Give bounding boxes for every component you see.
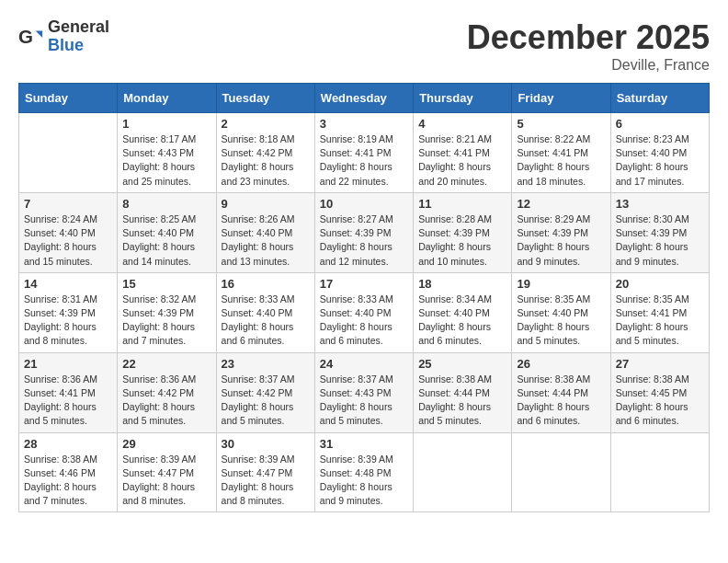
day-number: 6: [616, 117, 704, 131]
logo-blue-text: Blue: [48, 37, 109, 55]
day-info: Sunrise: 8:37 AM Sunset: 4:43 PM Dayligh…: [320, 373, 408, 429]
day-info: Sunrise: 8:36 AM Sunset: 4:41 PM Dayligh…: [24, 373, 112, 429]
day-info: Sunrise: 8:22 AM Sunset: 4:41 PM Dayligh…: [517, 132, 605, 189]
day-number: 25: [418, 357, 506, 371]
weekday-header-tuesday: Tuesday: [216, 84, 314, 113]
calendar-cell: [19, 113, 118, 193]
day-info: Sunrise: 8:37 AM Sunset: 4:42 PM Dayligh…: [222, 373, 310, 429]
day-info: Sunrise: 8:18 AM Sunset: 4:42 PM Dayligh…: [222, 132, 310, 189]
calendar-cell: 6Sunrise: 8:23 AM Sunset: 4:40 PM Daylig…: [610, 113, 709, 193]
day-number: 30: [222, 437, 310, 451]
weekday-header-monday: Monday: [118, 84, 216, 113]
day-number: 13: [616, 197, 704, 211]
calendar-cell: 25Sunrise: 8:38 AM Sunset: 4:44 PM Dayli…: [414, 352, 512, 432]
calendar-cell: 12Sunrise: 8:29 AM Sunset: 4:39 PM Dayli…: [512, 192, 610, 272]
weekday-header-thursday: Thursday: [414, 84, 512, 113]
calendar-cell: 9Sunrise: 8:26 AM Sunset: 4:40 PM Daylig…: [216, 192, 314, 272]
month-title: December 2025: [467, 18, 710, 57]
day-number: 2: [222, 117, 310, 131]
day-number: 17: [320, 277, 408, 291]
calendar-cell: [512, 432, 610, 512]
day-info: Sunrise: 8:39 AM Sunset: 4:47 PM Dayligh…: [122, 453, 210, 509]
day-info: Sunrise: 8:29 AM Sunset: 4:39 PM Dayligh…: [517, 213, 605, 269]
day-number: 21: [24, 357, 112, 371]
logo: G General Blue: [18, 18, 109, 55]
day-number: 18: [418, 277, 506, 291]
calendar-cell: 29Sunrise: 8:39 AM Sunset: 4:47 PM Dayli…: [118, 432, 216, 512]
page-header: G General Blue December 2025 Deville, Fr…: [18, 18, 710, 74]
calendar-cell: 18Sunrise: 8:34 AM Sunset: 4:40 PM Dayli…: [414, 272, 512, 352]
day-info: Sunrise: 8:27 AM Sunset: 4:39 PM Dayligh…: [320, 213, 408, 269]
weekday-header-wednesday: Wednesday: [314, 84, 413, 113]
title-section: December 2025 Deville, France: [467, 18, 710, 74]
day-info: Sunrise: 8:38 AM Sunset: 4:44 PM Dayligh…: [418, 373, 506, 429]
day-number: 8: [122, 197, 210, 211]
day-info: Sunrise: 8:39 AM Sunset: 4:47 PM Dayligh…: [222, 453, 310, 509]
calendar-cell: 20Sunrise: 8:35 AM Sunset: 4:41 PM Dayli…: [610, 272, 709, 352]
calendar-cell: 17Sunrise: 8:33 AM Sunset: 4:40 PM Dayli…: [314, 272, 413, 352]
day-number: 11: [418, 197, 506, 211]
day-number: 22: [122, 357, 210, 371]
calendar-cell: 31Sunrise: 8:39 AM Sunset: 4:48 PM Dayli…: [314, 432, 413, 512]
calendar-cell: 2Sunrise: 8:18 AM Sunset: 4:42 PM Daylig…: [216, 113, 314, 193]
calendar-cell: 8Sunrise: 8:25 AM Sunset: 4:40 PM Daylig…: [118, 192, 216, 272]
day-number: 12: [517, 197, 605, 211]
day-number: 19: [517, 277, 605, 291]
day-info: Sunrise: 8:34 AM Sunset: 4:40 PM Dayligh…: [418, 293, 506, 349]
day-info: Sunrise: 8:30 AM Sunset: 4:39 PM Dayligh…: [616, 213, 704, 269]
day-info: Sunrise: 8:39 AM Sunset: 4:48 PM Dayligh…: [320, 453, 408, 509]
calendar-cell: 11Sunrise: 8:28 AM Sunset: 4:39 PM Dayli…: [414, 192, 512, 272]
calendar-cell: 24Sunrise: 8:37 AM Sunset: 4:43 PM Dayli…: [314, 352, 413, 432]
calendar-cell: 28Sunrise: 8:38 AM Sunset: 4:46 PM Dayli…: [19, 432, 118, 512]
calendar-cell: [610, 432, 709, 512]
logo-general-text: General: [48, 18, 109, 37]
calendar-table: SundayMondayTuesdayWednesdayThursdayFrid…: [18, 83, 710, 512]
day-number: 1: [122, 117, 210, 131]
calendar-cell: [414, 432, 512, 512]
day-info: Sunrise: 8:38 AM Sunset: 4:45 PM Dayligh…: [616, 373, 704, 429]
calendar-cell: 4Sunrise: 8:21 AM Sunset: 4:41 PM Daylig…: [414, 113, 512, 193]
calendar-cell: 22Sunrise: 8:36 AM Sunset: 4:42 PM Dayli…: [118, 352, 216, 432]
day-info: Sunrise: 8:24 AM Sunset: 4:40 PM Dayligh…: [24, 213, 112, 269]
day-number: 29: [122, 437, 210, 451]
day-number: 3: [320, 117, 408, 131]
location-label: Deville, France: [467, 57, 710, 74]
logo-icon: G: [18, 24, 44, 50]
calendar-cell: 3Sunrise: 8:19 AM Sunset: 4:41 PM Daylig…: [314, 113, 413, 193]
calendar-cell: 10Sunrise: 8:27 AM Sunset: 4:39 PM Dayli…: [314, 192, 413, 272]
day-info: Sunrise: 8:35 AM Sunset: 4:41 PM Dayligh…: [616, 293, 704, 349]
day-info: Sunrise: 8:33 AM Sunset: 4:40 PM Dayligh…: [320, 293, 408, 349]
day-number: 15: [122, 277, 210, 291]
day-number: 9: [222, 197, 310, 211]
day-number: 24: [320, 357, 408, 371]
day-info: Sunrise: 8:21 AM Sunset: 4:41 PM Dayligh…: [418, 132, 506, 189]
calendar-week-row: 7Sunrise: 8:24 AM Sunset: 4:40 PM Daylig…: [19, 192, 710, 272]
day-number: 31: [320, 437, 408, 451]
weekday-header-sunday: Sunday: [19, 84, 118, 113]
calendar-cell: 19Sunrise: 8:35 AM Sunset: 4:40 PM Dayli…: [512, 272, 610, 352]
calendar-cell: 23Sunrise: 8:37 AM Sunset: 4:42 PM Dayli…: [216, 352, 314, 432]
day-number: 16: [222, 277, 310, 291]
day-number: 4: [418, 117, 506, 131]
calendar-cell: 7Sunrise: 8:24 AM Sunset: 4:40 PM Daylig…: [19, 192, 118, 272]
day-number: 23: [222, 357, 310, 371]
day-info: Sunrise: 8:31 AM Sunset: 4:39 PM Dayligh…: [24, 293, 112, 349]
calendar-cell: 16Sunrise: 8:33 AM Sunset: 4:40 PM Dayli…: [216, 272, 314, 352]
day-info: Sunrise: 8:33 AM Sunset: 4:40 PM Dayligh…: [222, 293, 310, 349]
calendar-cell: 5Sunrise: 8:22 AM Sunset: 4:41 PM Daylig…: [512, 113, 610, 193]
calendar-week-row: 21Sunrise: 8:36 AM Sunset: 4:41 PM Dayli…: [19, 352, 710, 432]
calendar-cell: 21Sunrise: 8:36 AM Sunset: 4:41 PM Dayli…: [19, 352, 118, 432]
weekday-header-friday: Friday: [512, 84, 610, 113]
day-number: 14: [24, 277, 112, 291]
day-number: 7: [24, 197, 112, 211]
calendar-cell: 26Sunrise: 8:38 AM Sunset: 4:44 PM Dayli…: [512, 352, 610, 432]
calendar-week-row: 14Sunrise: 8:31 AM Sunset: 4:39 PM Dayli…: [19, 272, 710, 352]
day-info: Sunrise: 8:35 AM Sunset: 4:40 PM Dayligh…: [517, 293, 605, 349]
calendar-week-row: 1Sunrise: 8:17 AM Sunset: 4:43 PM Daylig…: [19, 113, 710, 193]
day-number: 10: [320, 197, 408, 211]
calendar-cell: 30Sunrise: 8:39 AM Sunset: 4:47 PM Dayli…: [216, 432, 314, 512]
day-info: Sunrise: 8:23 AM Sunset: 4:40 PM Dayligh…: [616, 132, 704, 189]
calendar-cell: 13Sunrise: 8:30 AM Sunset: 4:39 PM Dayli…: [610, 192, 709, 272]
day-number: 27: [616, 357, 704, 371]
svg-text:G: G: [18, 25, 33, 46]
